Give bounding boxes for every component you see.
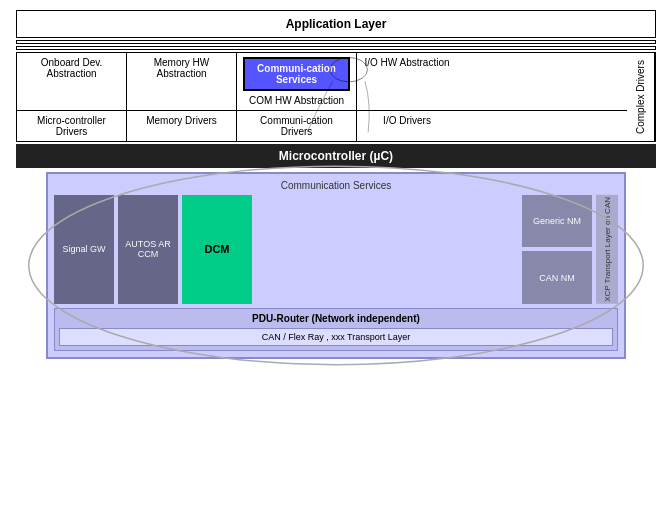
hw-abstraction-row: Onboard Dev. Abstraction Memory HW Abstr… — [17, 53, 627, 111]
microcontroller-bar: Microcontroller (µC) — [16, 144, 656, 168]
comm-services-highlight-label: Communi-cation Services — [257, 63, 336, 85]
middle-section-wrapper: Onboard Dev. Abstraction Memory HW Abstr… — [16, 52, 656, 142]
pdu-router-title: PDU-Router (Network independent) — [59, 313, 613, 324]
complex-drivers-label: Complex Drivers — [627, 53, 655, 141]
dcm-label: DCM — [204, 243, 229, 255]
middle-section: Onboard Dev. Abstraction Memory HW Abstr… — [16, 52, 656, 142]
xcp-label: XCP Transport Layer on CAN — [603, 197, 612, 302]
signal-gw-label: Signal GW — [62, 244, 105, 254]
pdu-section: PDU-Router (Network independent) CAN / F… — [54, 308, 618, 351]
divider-1 — [16, 40, 656, 44]
comm-services-highlight: Communi-cation Services — [243, 57, 350, 91]
com-hw-cell: Communi-cation Services COM HW Abstracti… — [237, 53, 357, 110]
autosar-ccm-label: AUTOS AR CCM — [122, 239, 174, 259]
signal-gw-box: Signal GW — [54, 195, 114, 304]
bottom-comm-section: Communication Services Signal GW AUTOS A… — [46, 172, 626, 359]
xcp-vertical-label: XCP Transport Layer on CAN — [596, 195, 618, 304]
comm-left-boxes: Signal GW AUTOS AR CCM DCM — [54, 195, 518, 304]
comm-driver-cell: Communi-cation Drivers — [237, 111, 357, 141]
application-layer-box: Application Layer — [16, 10, 656, 38]
comm-services-bottom-title: Communication Services — [54, 180, 618, 191]
io-hw-cell: I/O HW Abstraction — [357, 53, 457, 110]
comm-driver-label: Communi-cation Drivers — [260, 115, 333, 137]
comm-services-outer-box: Communication Services Signal GW AUTOS A… — [46, 172, 626, 359]
generic-nm-label: Generic NM — [533, 216, 581, 226]
dcm-box: DCM — [182, 195, 252, 304]
onboard-dev-cell: Onboard Dev. Abstraction — [17, 53, 127, 110]
middle-inner: Onboard Dev. Abstraction Memory HW Abstr… — [17, 53, 627, 141]
onboard-dev-label: Onboard Dev. Abstraction — [41, 57, 103, 79]
transport-layer-box: CAN / Flex Ray , xxx Transport Layer — [59, 328, 613, 346]
divider-2 — [16, 46, 656, 50]
comm-right-boxes: Generic NM CAN NM — [522, 195, 592, 304]
memory-hw-cell: Memory HW Abstraction — [127, 53, 237, 110]
com-hw-label: COM HW Abstraction — [243, 95, 350, 106]
io-driver-cell: I/O Drivers — [357, 111, 457, 141]
io-driver-label: I/O Drivers — [383, 115, 431, 126]
autosar-ccm-box: AUTOS AR CCM — [118, 195, 178, 304]
memory-driver-cell: Memory Drivers — [127, 111, 237, 141]
drivers-row: Micro-controller Drivers Memory Drivers … — [17, 111, 627, 141]
can-nm-label: CAN NM — [539, 273, 575, 283]
micro-driver-cell: Micro-controller Drivers — [17, 111, 127, 141]
memory-hw-label: Memory HW Abstraction — [154, 57, 210, 79]
transport-layer-label: CAN / Flex Ray , xxx Transport Layer — [262, 332, 411, 342]
io-hw-label: I/O HW Abstraction — [364, 57, 449, 68]
comm-inner-row: Signal GW AUTOS AR CCM DCM Generic NM — [54, 195, 618, 304]
application-layer-label: Application Layer — [286, 17, 387, 31]
microcontroller-label: Microcontroller (µC) — [279, 149, 393, 163]
can-nm-box: CAN NM — [522, 251, 592, 303]
micro-driver-label: Micro-controller Drivers — [37, 115, 106, 137]
memory-driver-label: Memory Drivers — [146, 115, 217, 126]
generic-nm-box: Generic NM — [522, 195, 592, 247]
